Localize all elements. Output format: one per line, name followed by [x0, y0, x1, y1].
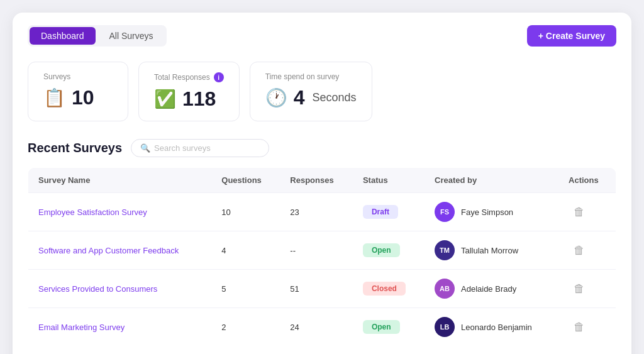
col-actions: Actions: [558, 168, 616, 193]
info-icon: i: [214, 72, 224, 82]
header: Dashboard All Surveys + Create Survey: [28, 25, 616, 47]
nav-tabs: Dashboard All Surveys: [28, 25, 167, 47]
stats-row: Surveys 📋 10 Total Responses i ✅ 118 Tim…: [28, 62, 616, 121]
status-badge-1: Open: [363, 243, 400, 257]
time-label: Time spend on survey: [265, 72, 357, 81]
status-badge-2: Closed: [363, 282, 406, 296]
cell-responses-1: --: [280, 231, 353, 270]
cell-questions-0: 10: [211, 193, 280, 231]
responses-value: ✅ 118: [154, 87, 224, 111]
cell-creator-1: TM Tallulah Morrow: [425, 231, 558, 270]
creator-name-1: Tallulah Morrow: [461, 246, 518, 255]
section-header: Recent Surveys 🔍: [28, 139, 616, 157]
cell-creator-3: LB Leonardo Benjamin: [425, 308, 558, 346]
cell-actions-2: 🗑: [558, 270, 616, 308]
survey-name-link-1[interactable]: Software and App Customer Feedback: [38, 246, 179, 255]
creator-name-3: Leonardo Benjamin: [461, 323, 532, 332]
avatar-1: TM: [435, 240, 455, 260]
delete-button-0[interactable]: 🗑: [569, 203, 590, 221]
avatar-3: LB: [435, 317, 455, 337]
col-status: Status: [353, 168, 425, 193]
col-questions: Questions: [211, 168, 280, 193]
time-value: 🕐 4 Seconds: [265, 86, 357, 109]
cell-responses-2: 51: [280, 270, 353, 308]
stat-card-time: Time spend on survey 🕐 4 Seconds: [250, 62, 372, 121]
time-unit: Seconds: [313, 91, 357, 104]
table-row: Email Marketing Survey 2 24 Open LB Leon…: [28, 308, 616, 346]
search-input[interactable]: [154, 143, 255, 153]
delete-button-2[interactable]: 🗑: [569, 280, 590, 298]
stat-card-surveys: Surveys 📋 10: [28, 62, 128, 121]
delete-button-3[interactable]: 🗑: [569, 318, 590, 336]
app-container: Dashboard All Surveys + Create Survey Su…: [13, 13, 631, 354]
status-badge-3: Open: [363, 320, 400, 334]
surveys-value: 📋 10: [43, 86, 113, 109]
cell-status-1: Open: [353, 231, 425, 270]
avatar-2: AB: [435, 279, 455, 299]
table-row: Software and App Customer Feedback 4 -- …: [28, 231, 616, 270]
clock-icon: 🕐: [265, 87, 287, 108]
cell-name-0: Employee Satisfaction Survey: [28, 193, 212, 231]
cell-name-1: Software and App Customer Feedback: [28, 231, 212, 270]
section-title: Recent Surveys: [28, 141, 122, 155]
cell-name-3: Email Marketing Survey: [28, 308, 212, 346]
survey-name-link-3[interactable]: Email Marketing Survey: [38, 323, 125, 332]
col-survey-name: Survey Name: [28, 168, 212, 193]
delete-button-1[interactable]: 🗑: [569, 241, 590, 260]
cell-name-2: Services Provided to Consumers: [28, 270, 212, 308]
surveys-label: Surveys: [43, 72, 113, 81]
survey-name-link-0[interactable]: Employee Satisfaction Survey: [38, 207, 147, 217]
create-survey-button-header[interactable]: + Create Survey: [527, 25, 616, 47]
clipboard-icon: 📋: [43, 87, 65, 108]
responses-label: Total Responses i: [154, 72, 224, 82]
cell-actions-1: 🗑: [558, 231, 616, 270]
creator-name-0: Faye Simpson: [461, 207, 513, 217]
table-row: Employee Satisfaction Survey 10 23 Draft…: [28, 193, 616, 231]
tab-dashboard[interactable]: Dashboard: [30, 27, 96, 45]
col-created-by: Created by: [425, 168, 558, 193]
cell-responses-0: 23: [280, 193, 353, 231]
col-responses: Responses: [280, 168, 353, 193]
cell-status-2: Closed: [353, 270, 425, 308]
cell-questions-1: 4: [211, 231, 280, 270]
search-icon: 🔍: [140, 143, 150, 153]
cell-creator-0: FS Faye Simpson: [425, 193, 558, 231]
cell-questions-2: 5: [211, 270, 280, 308]
cell-actions-3: 🗑: [558, 308, 616, 346]
table-row: Services Provided to Consumers 5 51 Clos…: [28, 270, 616, 308]
tab-all-surveys[interactable]: All Surveys: [98, 27, 165, 45]
survey-name-link-2[interactable]: Services Provided to Consumers: [38, 284, 157, 294]
creator-name-2: Adelaide Brady: [461, 284, 516, 294]
cell-questions-3: 2: [211, 308, 280, 346]
survey-table: Survey Name Questions Responses Status C…: [28, 167, 616, 346]
avatar-0: FS: [435, 202, 455, 222]
cell-responses-3: 24: [280, 308, 353, 346]
checkmark-icon: ✅: [154, 89, 176, 109]
cell-actions-0: 🗑: [558, 193, 616, 231]
cell-status-3: Open: [353, 308, 425, 346]
stat-card-responses: Total Responses i ✅ 118: [138, 62, 240, 121]
table-header-row: Survey Name Questions Responses Status C…: [28, 168, 616, 193]
cell-status-0: Draft: [353, 193, 425, 231]
cell-creator-2: AB Adelaide Brady: [425, 270, 558, 308]
status-badge-0: Draft: [363, 205, 398, 219]
search-box[interactable]: 🔍: [131, 139, 269, 157]
